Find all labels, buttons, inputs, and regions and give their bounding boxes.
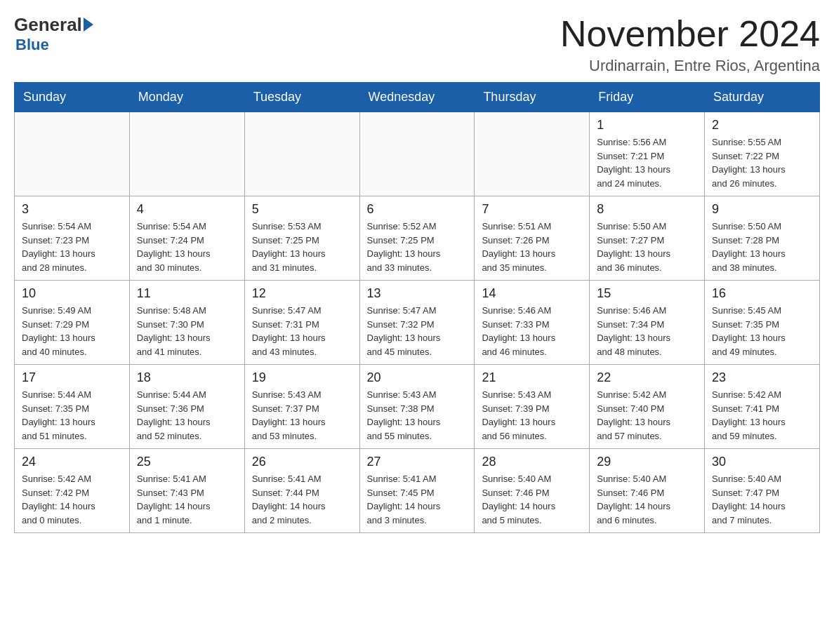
calendar-cell: 8Sunrise: 5:50 AM Sunset: 7:27 PM Daylig…	[590, 196, 705, 281]
calendar-cell: 21Sunrise: 5:43 AM Sunset: 7:39 PM Dayli…	[475, 365, 590, 449]
day-number: 17	[22, 370, 122, 385]
day-number: 27	[367, 455, 468, 469]
day-info: Sunrise: 5:41 AM Sunset: 7:44 PM Dayligh…	[252, 472, 352, 527]
calendar-cell: 3Sunrise: 5:54 AM Sunset: 7:23 PM Daylig…	[15, 196, 130, 281]
calendar-cell: 16Sunrise: 5:45 AM Sunset: 7:35 PM Dayli…	[705, 281, 820, 365]
logo-arrow-icon	[84, 18, 93, 32]
day-number: 20	[367, 370, 468, 385]
day-number: 13	[367, 286, 468, 301]
day-info: Sunrise: 5:43 AM Sunset: 7:37 PM Dayligh…	[252, 388, 352, 443]
title-area: November 2024 Urdinarrain, Entre Rios, A…	[560, 14, 820, 75]
calendar-table: SundayMondayTuesdayWednesdayThursdayFrid…	[14, 82, 820, 533]
day-number: 11	[137, 286, 237, 301]
day-header-saturday: Saturday	[705, 83, 820, 112]
day-number: 6	[367, 202, 468, 217]
day-info: Sunrise: 5:40 AM Sunset: 7:46 PM Dayligh…	[482, 472, 582, 527]
day-info: Sunrise: 5:56 AM Sunset: 7:21 PM Dayligh…	[597, 135, 697, 190]
day-header-friday: Friday	[590, 83, 705, 112]
day-number: 8	[597, 202, 697, 217]
day-info: Sunrise: 5:42 AM Sunset: 7:41 PM Dayligh…	[712, 388, 812, 443]
calendar-cell: 11Sunrise: 5:48 AM Sunset: 7:30 PM Dayli…	[129, 281, 244, 365]
day-number: 3	[22, 202, 122, 217]
week-row-5: 24Sunrise: 5:42 AM Sunset: 7:42 PM Dayli…	[15, 449, 820, 533]
month-title: November 2024	[560, 14, 820, 54]
day-number: 4	[137, 202, 237, 217]
day-header-monday: Monday	[129, 83, 244, 112]
day-info: Sunrise: 5:42 AM Sunset: 7:40 PM Dayligh…	[597, 388, 697, 443]
calendar-cell: 27Sunrise: 5:41 AM Sunset: 7:45 PM Dayli…	[359, 449, 475, 533]
day-info: Sunrise: 5:43 AM Sunset: 7:38 PM Dayligh…	[367, 388, 468, 443]
calendar-cell	[359, 112, 475, 196]
calendar-cell: 10Sunrise: 5:49 AM Sunset: 7:29 PM Dayli…	[15, 281, 130, 365]
day-info: Sunrise: 5:46 AM Sunset: 7:34 PM Dayligh…	[597, 304, 697, 358]
logo-general: General	[14, 14, 82, 36]
day-number: 2	[712, 118, 812, 133]
calendar-cell: 19Sunrise: 5:43 AM Sunset: 7:37 PM Dayli…	[244, 365, 359, 449]
page-header: General Blue November 2024 Urdinarrain, …	[14, 14, 820, 75]
day-header-sunday: Sunday	[15, 83, 130, 112]
calendar-cell: 25Sunrise: 5:41 AM Sunset: 7:43 PM Dayli…	[129, 449, 244, 533]
day-number: 7	[482, 202, 582, 217]
location-subtitle: Urdinarrain, Entre Rios, Argentina	[560, 57, 820, 75]
calendar-cell: 26Sunrise: 5:41 AM Sunset: 7:44 PM Dayli…	[244, 449, 359, 533]
day-info: Sunrise: 5:51 AM Sunset: 7:26 PM Dayligh…	[482, 220, 582, 274]
day-info: Sunrise: 5:47 AM Sunset: 7:31 PM Dayligh…	[252, 304, 352, 358]
day-number: 1	[597, 118, 697, 133]
day-number: 5	[252, 202, 352, 217]
day-info: Sunrise: 5:41 AM Sunset: 7:45 PM Dayligh…	[367, 472, 468, 527]
week-row-1: 1Sunrise: 5:56 AM Sunset: 7:21 PM Daylig…	[15, 112, 820, 196]
day-number: 25	[137, 455, 237, 469]
day-info: Sunrise: 5:44 AM Sunset: 7:36 PM Dayligh…	[137, 388, 237, 443]
week-row-4: 17Sunrise: 5:44 AM Sunset: 7:35 PM Dayli…	[15, 365, 820, 449]
day-info: Sunrise: 5:44 AM Sunset: 7:35 PM Dayligh…	[22, 388, 122, 443]
day-header-wednesday: Wednesday	[359, 83, 475, 112]
calendar-cell: 23Sunrise: 5:42 AM Sunset: 7:41 PM Dayli…	[705, 365, 820, 449]
day-number: 23	[712, 370, 812, 385]
calendar-cell: 22Sunrise: 5:42 AM Sunset: 7:40 PM Dayli…	[590, 365, 705, 449]
day-info: Sunrise: 5:42 AM Sunset: 7:42 PM Dayligh…	[22, 472, 122, 527]
calendar-cell: 15Sunrise: 5:46 AM Sunset: 7:34 PM Dayli…	[590, 281, 705, 365]
calendar-cell: 30Sunrise: 5:40 AM Sunset: 7:47 PM Dayli…	[705, 449, 820, 533]
calendar-cell: 12Sunrise: 5:47 AM Sunset: 7:31 PM Dayli…	[244, 281, 359, 365]
calendar-cell	[129, 112, 244, 196]
logo-blue: Blue	[15, 36, 49, 54]
calendar-cell	[15, 112, 130, 196]
calendar-cell	[475, 112, 590, 196]
day-number: 22	[597, 370, 697, 385]
calendar-cell: 29Sunrise: 5:40 AM Sunset: 7:46 PM Dayli…	[590, 449, 705, 533]
day-info: Sunrise: 5:41 AM Sunset: 7:43 PM Dayligh…	[137, 472, 237, 527]
day-info: Sunrise: 5:54 AM Sunset: 7:23 PM Dayligh…	[22, 220, 122, 274]
day-number: 26	[252, 455, 352, 469]
calendar-cell: 9Sunrise: 5:50 AM Sunset: 7:28 PM Daylig…	[705, 196, 820, 281]
day-number: 14	[482, 286, 582, 301]
day-info: Sunrise: 5:40 AM Sunset: 7:47 PM Dayligh…	[712, 472, 812, 527]
day-header-tuesday: Tuesday	[244, 83, 359, 112]
calendar-cell: 6Sunrise: 5:52 AM Sunset: 7:25 PM Daylig…	[359, 196, 475, 281]
day-number: 29	[597, 455, 697, 469]
day-header-thursday: Thursday	[475, 83, 590, 112]
calendar-cell: 20Sunrise: 5:43 AM Sunset: 7:38 PM Dayli…	[359, 365, 475, 449]
calendar-cell: 5Sunrise: 5:53 AM Sunset: 7:25 PM Daylig…	[244, 196, 359, 281]
day-info: Sunrise: 5:50 AM Sunset: 7:27 PM Dayligh…	[597, 220, 697, 274]
calendar-cell: 28Sunrise: 5:40 AM Sunset: 7:46 PM Dayli…	[475, 449, 590, 533]
day-info: Sunrise: 5:49 AM Sunset: 7:29 PM Dayligh…	[22, 304, 122, 358]
day-info: Sunrise: 5:52 AM Sunset: 7:25 PM Dayligh…	[367, 220, 468, 274]
calendar-cell: 1Sunrise: 5:56 AM Sunset: 7:21 PM Daylig…	[590, 112, 705, 196]
calendar-cell: 2Sunrise: 5:55 AM Sunset: 7:22 PM Daylig…	[705, 112, 820, 196]
day-number: 21	[482, 370, 582, 385]
day-info: Sunrise: 5:46 AM Sunset: 7:33 PM Dayligh…	[482, 304, 582, 358]
calendar-cell: 18Sunrise: 5:44 AM Sunset: 7:36 PM Dayli…	[129, 365, 244, 449]
calendar-cell: 17Sunrise: 5:44 AM Sunset: 7:35 PM Dayli…	[15, 365, 130, 449]
day-info: Sunrise: 5:45 AM Sunset: 7:35 PM Dayligh…	[712, 304, 812, 358]
day-info: Sunrise: 5:53 AM Sunset: 7:25 PM Dayligh…	[252, 220, 352, 274]
week-row-3: 10Sunrise: 5:49 AM Sunset: 7:29 PM Dayli…	[15, 281, 820, 365]
day-number: 18	[137, 370, 237, 385]
day-info: Sunrise: 5:43 AM Sunset: 7:39 PM Dayligh…	[482, 388, 582, 443]
calendar-cell: 24Sunrise: 5:42 AM Sunset: 7:42 PM Dayli…	[15, 449, 130, 533]
day-number: 9	[712, 202, 812, 217]
day-number: 28	[482, 455, 582, 469]
calendar-cell	[244, 112, 359, 196]
day-number: 30	[712, 455, 812, 469]
day-number: 16	[712, 286, 812, 301]
day-info: Sunrise: 5:54 AM Sunset: 7:24 PM Dayligh…	[137, 220, 237, 274]
